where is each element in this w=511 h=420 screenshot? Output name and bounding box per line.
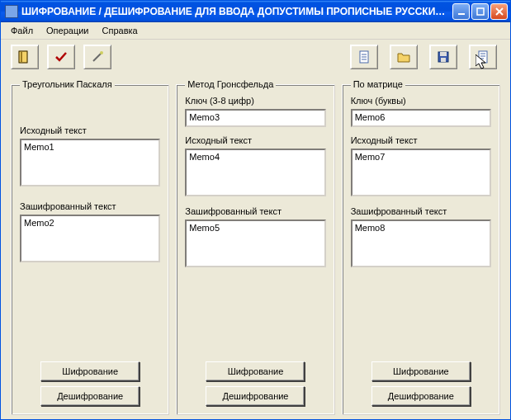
maximize-button[interactable] [471, 3, 489, 20]
pascal-decrypt-button[interactable]: Дешифрование [40, 386, 140, 406]
minimize-icon [457, 7, 466, 16]
gronsfeld-encrypt-button[interactable]: Шифрование [206, 361, 305, 381]
report-button[interactable] [469, 45, 497, 69]
svg-point-8 [100, 51, 103, 54]
group-matrix-legend: По матрице [351, 79, 405, 89]
svg-rect-14 [440, 52, 447, 56]
svg-rect-0 [458, 13, 465, 15]
menu-help[interactable]: Справка [96, 24, 144, 37]
document-button[interactable] [350, 45, 378, 69]
group-matrix: По матрице Ключ (буквы) Исходный текст З… [342, 79, 500, 415]
group-pascal: Треугольник Паскаля Исходный текст Зашиф… [11, 79, 169, 415]
pascal-cipher-memo[interactable] [20, 215, 160, 262]
gronsfeld-decrypt-button[interactable]: Дешифрование [206, 386, 305, 406]
check-icon [54, 50, 69, 64]
group-gronsfeld-legend: Метод Гронсфельда [185, 79, 276, 89]
matrix-encrypt-button[interactable]: Шифрование [371, 361, 471, 381]
minimize-button[interactable] [452, 3, 470, 20]
open-folder-icon [396, 50, 411, 64]
menu-file[interactable]: Файл [4, 24, 40, 37]
pascal-cipher-label: Зашифрованный текст [20, 201, 160, 211]
gronsfeld-cipher-label: Зашифрованный текст [185, 206, 325, 216]
svg-rect-1 [477, 8, 484, 15]
open-button[interactable] [390, 45, 418, 69]
panels-row: Треугольник Паскаля Исходный текст Зашиф… [11, 79, 500, 415]
group-pascal-legend: Треугольник Паскаля [20, 79, 115, 89]
svg-rect-16 [479, 51, 487, 63]
wizard-button[interactable] [83, 45, 111, 69]
window-title: ШИФРОВАНИЕ / ДЕШИФРОВАНИЕ ДЛЯ ВВОДА ДОПУ… [21, 6, 452, 17]
check-button[interactable] [47, 45, 75, 69]
svg-rect-15 [441, 58, 446, 62]
matrix-cipher-memo[interactable] [351, 219, 491, 267]
app-window: ШИФРОВАНИЕ / ДЕШИФРОВАНИЕ ДЛЯ ВВОДА ДОПУ… [0, 0, 511, 420]
floppy-icon [436, 50, 451, 64]
svg-rect-6 [21, 52, 22, 62]
gronsfeld-source-memo[interactable] [185, 149, 325, 196]
maximize-icon [476, 7, 485, 16]
menu-operations[interactable]: Операции [40, 24, 95, 37]
pascal-source-memo[interactable] [20, 139, 160, 186]
matrix-key-label: Ключ (буквы) [351, 96, 491, 106]
pascal-encrypt-button[interactable]: Шифрование [40, 361, 140, 381]
gronsfeld-key-memo[interactable] [185, 109, 325, 127]
matrix-source-memo[interactable] [351, 149, 491, 196]
exit-icon [17, 50, 32, 64]
pascal-source-label: Исходный текст [20, 125, 160, 135]
gronsfeld-source-label: Исходный текст [185, 135, 325, 145]
menu-bar: Файл Операции Справка [1, 22, 510, 40]
group-gronsfeld: Метод Гронсфельда Ключ (3-8 цифр) Исходн… [176, 79, 334, 415]
close-button[interactable] [490, 3, 508, 20]
wizard-icon [90, 50, 105, 64]
svg-rect-4 [19, 51, 27, 63]
matrix-key-memo[interactable] [351, 109, 491, 127]
toolbar-right [350, 45, 497, 69]
matrix-decrypt-button[interactable]: Дешифрование [371, 386, 471, 406]
exit-button[interactable] [11, 45, 39, 69]
window-controls [452, 3, 508, 20]
matrix-cipher-label: Зашифрованный текст [351, 206, 491, 216]
document-icon [357, 50, 371, 64]
gronsfeld-cipher-memo[interactable] [185, 219, 325, 267]
report-icon [476, 50, 490, 64]
svg-line-7 [93, 53, 102, 61]
toolbar-left [11, 45, 111, 69]
close-icon [495, 7, 504, 16]
app-icon [5, 5, 18, 18]
matrix-source-label: Исходный текст [351, 135, 491, 145]
gronsfeld-key-label: Ключ (3-8 цифр) [185, 96, 325, 106]
client-area: Треугольник Паскаля Исходный текст Зашиф… [1, 40, 510, 420]
save-button[interactable] [429, 45, 457, 69]
title-bar: ШИФРОВАНИЕ / ДЕШИФРОВАНИЕ ДЛЯ ВВОДА ДОПУ… [1, 1, 510, 22]
